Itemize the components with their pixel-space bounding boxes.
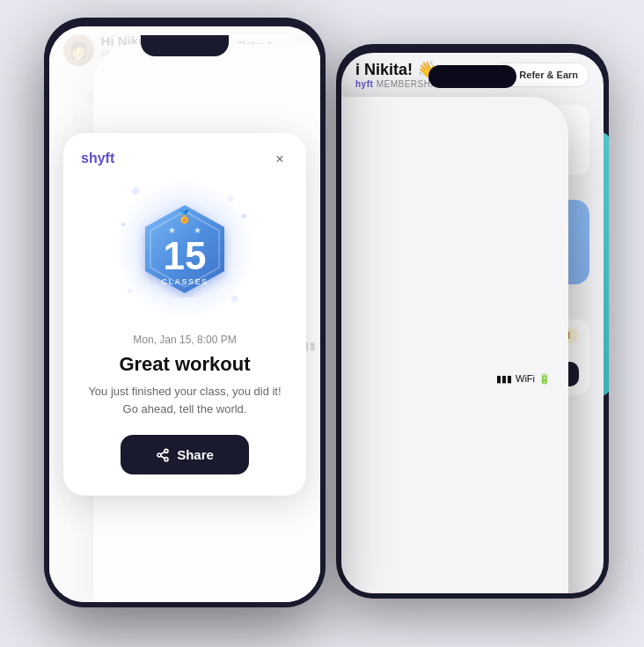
share-button-label: Share — [177, 447, 214, 462]
back-brand: hyft — [355, 79, 373, 89]
front-background: 👩 Hi Nikita! 👋 shyft MEMBERSHIP ACTIVE 🎁… — [49, 26, 320, 602]
badge-number: 15 — [164, 237, 207, 276]
back-phone-screen: ▮▮▮ WiFi 🔋 i Nikita! 👋 hyft MEMBERSHIP A… — [341, 53, 604, 593]
share-button[interactable]: Share — [121, 435, 249, 474]
badge-trophy-icon: 🏅 — [177, 210, 192, 224]
modal-date: Mon, Jan 15, 8:00 PM — [81, 334, 289, 346]
modal-title: Great workout — [81, 353, 289, 376]
star-right: ★ — [194, 225, 201, 235]
back-status-icons: ▮▮▮ WiFi 🔋 — [496, 373, 551, 385]
signal-icon: ▮▮▮ — [496, 373, 512, 385]
dynamic-island-back — [428, 65, 516, 88]
svg-line-6 — [161, 452, 165, 454]
front-phone: 9:41 ▮▮▮▮ WiFi 🔋 👩 Hi Nikita! 👋 shyft — [44, 18, 326, 607]
front-notch — [141, 35, 229, 56]
back-status-bar: ▮▮▮ WiFi 🔋 — [341, 97, 568, 593]
scene: ▮▮▮ WiFi 🔋 i Nikita! 👋 hyft MEMBERSHIP A… — [0, 0, 644, 647]
svg-line-5 — [161, 456, 165, 459]
modal-overlay: shyft × — [49, 26, 320, 602]
back-phone: ▮▮▮ WiFi 🔋 i Nikita! 👋 hyft MEMBERSHIP A… — [336, 44, 609, 599]
badge-classes-label: CLASSES — [161, 277, 208, 286]
wifi-icon: WiFi — [516, 373, 535, 384]
battery-icon: 🔋 — [538, 373, 551, 385]
achievement-badge: 🏅 ★ ★ 15 CLASSES — [114, 179, 255, 320]
modal-brand-logo: shyft — [81, 151, 114, 166]
front-phone-screen: 9:41 ▮▮▮▮ WiFi 🔋 👩 Hi Nikita! 👋 shyft — [49, 26, 320, 602]
modal-close-button[interactable]: × — [269, 149, 290, 170]
badge-content: 🏅 ★ ★ 15 CLASSES — [161, 210, 208, 286]
badge-stars: ★ ★ — [168, 225, 201, 235]
hexagon-badge: 🏅 ★ ★ 15 CLASSES — [136, 201, 233, 298]
share-icon — [156, 448, 170, 462]
star-left: ★ — [168, 225, 176, 235]
achievement-modal: shyft × — [63, 133, 306, 496]
modal-description: You just finished your class, you did it… — [81, 383, 289, 417]
